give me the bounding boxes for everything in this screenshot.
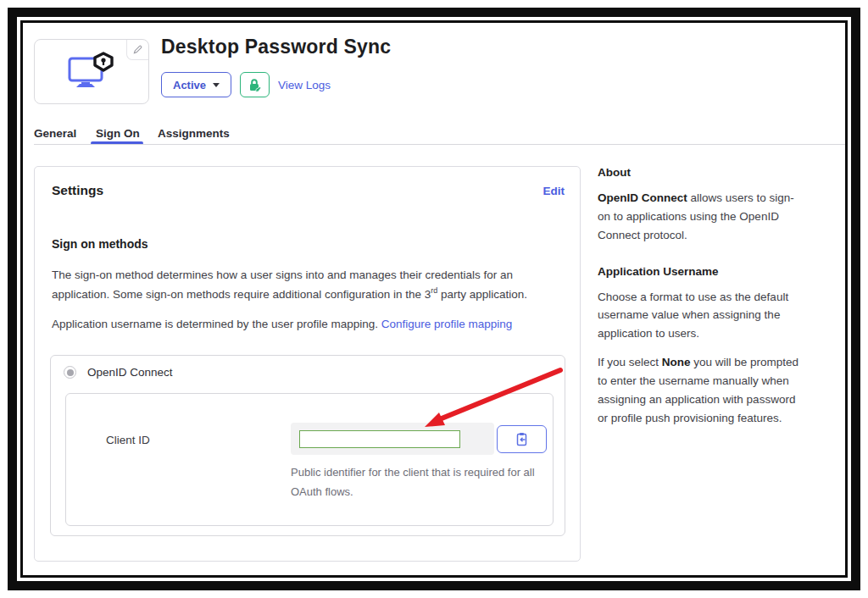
username-text: If you select: [598, 356, 662, 368]
edit-settings-link[interactable]: Edit: [543, 185, 565, 197]
password-edit-button[interactable]: [240, 72, 270, 97]
page-title: Desktop Password Sync: [161, 36, 391, 58]
about-bold-text: OpenID Connect: [598, 191, 687, 204]
client-id-label: Client ID: [106, 434, 150, 446]
pencil-icon: [133, 45, 142, 54]
chevron-down-icon: [213, 83, 220, 87]
app-logo-tile: [34, 39, 149, 104]
lock-edit-icon: [248, 78, 262, 92]
username-paragraph-2: If you select None you will be prompted …: [598, 353, 801, 427]
tab-assignments[interactable]: Assignments: [158, 127, 230, 140]
desktop-shield-icon: [64, 52, 119, 92]
configure-profile-mapping-link[interactable]: Configure profile mapping: [381, 318, 513, 330]
app-status-label: Active: [173, 79, 206, 91]
tab-general[interactable]: General: [34, 127, 76, 140]
description-text: Application username is determined by th…: [52, 318, 381, 330]
about-sidebar: About OpenID Connect allows users to sig…: [598, 166, 801, 428]
description-text: party application.: [437, 288, 527, 301]
radio-dot: [67, 369, 74, 376]
sign-on-methods-heading: Sign on methods: [52, 237, 148, 251]
application-username-heading: Application Username: [598, 265, 801, 278]
client-id-value-redaction-box: [299, 430, 460, 448]
copy-to-clipboard-button[interactable]: [497, 425, 547, 453]
tab-sign-on[interactable]: Sign On: [96, 127, 140, 140]
settings-card: Settings Edit Sign on methods The sign-o…: [34, 166, 581, 562]
username-paragraph-1: Choose a format to use as the default us…: [598, 288, 801, 344]
none-bold-text: None: [662, 356, 691, 368]
openid-connect-radio-label: OpenID Connect: [87, 366, 173, 379]
openid-connect-radio-row: OpenID Connect: [64, 366, 173, 379]
about-paragraph: OpenID Connect allows users to sign-on t…: [598, 189, 801, 245]
client-id-helper-text: Public identifier for the client that is…: [291, 463, 549, 502]
clipboard-copy-icon: [515, 432, 528, 446]
openid-connect-method-box: OpenID Connect Client ID Public identifi…: [50, 355, 565, 536]
settings-card-title: Settings: [52, 183, 103, 198]
screenshot-stage: Desktop Password Sync Active View Logs G…: [0, 0, 868, 598]
client-id-readonly-field: [291, 423, 494, 455]
edit-logo-button[interactable]: [126, 40, 148, 60]
sign-on-method-description: The sign-on method determines how a user…: [52, 266, 567, 304]
app-status-dropdown[interactable]: Active: [161, 72, 231, 97]
openid-connect-fields-box: Client ID Public identifier for the clie…: [65, 393, 554, 526]
application-username-description: Application username is determined by th…: [52, 315, 567, 334]
view-logs-link[interactable]: View Logs: [278, 79, 331, 91]
header-actions: Active View Logs: [161, 72, 331, 97]
about-heading: About: [598, 166, 801, 179]
openid-connect-radio[interactable]: [64, 366, 76, 379]
tabs-divider: [34, 144, 846, 145]
